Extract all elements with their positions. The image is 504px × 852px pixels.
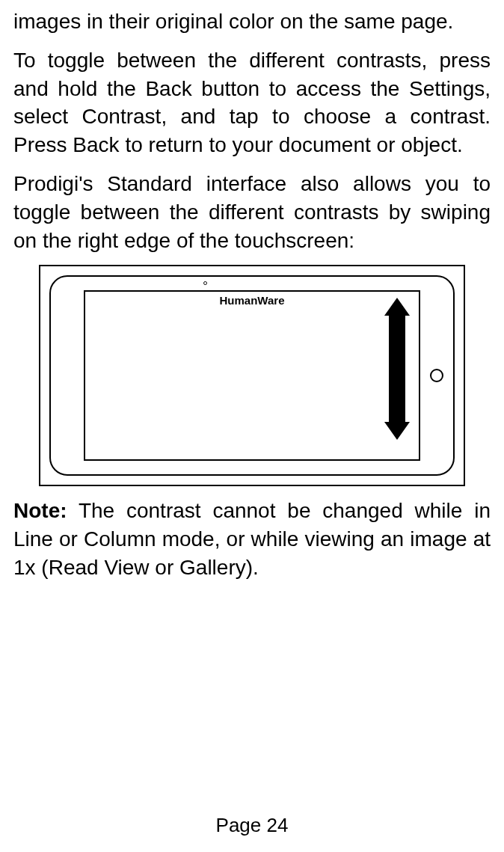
swipe-arrow-icon: [384, 298, 410, 440]
device-camera-dot: [203, 281, 207, 285]
arrow-up-icon: [384, 298, 410, 316]
note-paragraph: Note: The contrast cannot be changed whi…: [13, 497, 491, 581]
paragraph-2: To toggle between the different contrast…: [13, 46, 491, 159]
device-brand-label: HumanWare: [220, 293, 285, 308]
arrow-down-icon: [384, 422, 410, 440]
arrow-body: [389, 314, 405, 423]
device-illustration-frame: HumanWare: [39, 265, 465, 486]
device-screen: HumanWare: [84, 290, 420, 461]
device-home-button-icon: [430, 369, 443, 382]
page-number: Page 24: [0, 812, 504, 839]
paragraph-3: Prodigi's Standard interface also allows…: [13, 170, 491, 254]
paragraph-1: images in their original color on the sa…: [13, 7, 491, 36]
note-text: The contrast cannot be changed while in …: [13, 499, 491, 579]
note-label: Note:: [13, 499, 67, 522]
